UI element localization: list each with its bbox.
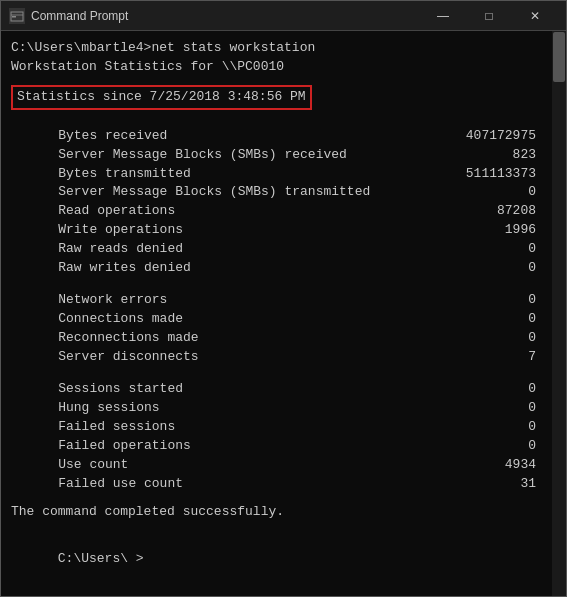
table-row: Raw reads denied0: [11, 240, 556, 259]
stats-bytes-section: Bytes received407172975 Server Message B…: [11, 127, 556, 278]
stat-value: 4934: [476, 456, 556, 475]
stat-label: Bytes transmitted: [11, 165, 466, 184]
stat-label: Reconnections made: [11, 329, 476, 348]
spacer2: [11, 278, 556, 288]
table-row: Sessions started0: [11, 380, 556, 399]
stat-value: 0: [476, 259, 556, 278]
table-row: Read operations87208: [11, 202, 556, 221]
stat-value: 0: [476, 399, 556, 418]
final-prompt-path: C:\Users\: [58, 551, 136, 566]
stats-since-label: Statistics since 7/25/2018 3:48:56 PM: [11, 85, 312, 110]
table-row: Server Message Blocks (SMBs) transmitted…: [11, 183, 556, 202]
svg-rect-2: [12, 16, 16, 18]
workstation-header: Workstation Statistics for \\PC0010: [11, 58, 556, 77]
stat-value: 1996: [476, 221, 556, 240]
table-row: Hung sessions0: [11, 399, 556, 418]
window: Command Prompt — □ ✕ C:\Users\mbartle4>n…: [0, 0, 567, 597]
maximize-button[interactable]: □: [466, 1, 512, 31]
stat-value: 0: [476, 291, 556, 310]
stats-network-section: Network errors0 Connections made0 Reconn…: [11, 291, 556, 366]
table-row: Raw writes denied0: [11, 259, 556, 278]
stat-label: Network errors: [11, 291, 476, 310]
scrollbar[interactable]: [552, 31, 566, 596]
window-title: Command Prompt: [31, 9, 420, 23]
stat-label: Failed use count: [11, 475, 476, 494]
final-prompt: C:\Users\ >: [11, 531, 556, 588]
stat-value: 0: [476, 240, 556, 259]
table-row: Network errors0: [11, 291, 556, 310]
scrollbar-thumb[interactable]: [553, 32, 565, 82]
stat-label: Bytes received: [11, 127, 466, 146]
stat-label: Server Message Blocks (SMBs) received: [11, 146, 476, 165]
table-row: Write operations1996: [11, 221, 556, 240]
spacer4: [11, 493, 556, 503]
table-row: Connections made0: [11, 310, 556, 329]
stat-value: 0: [476, 310, 556, 329]
spacer3: [11, 367, 556, 377]
stat-label: Connections made: [11, 310, 476, 329]
spacer5: [11, 522, 556, 532]
stat-value: 7: [476, 348, 556, 367]
stat-value: 0: [476, 437, 556, 456]
stat-label: Failed sessions: [11, 418, 476, 437]
stat-value: 511113373: [466, 165, 556, 184]
stat-value: 31: [476, 475, 556, 494]
title-bar: Command Prompt — □ ✕: [1, 1, 566, 31]
close-button[interactable]: ✕: [512, 1, 558, 31]
table-row: Reconnections made0: [11, 329, 556, 348]
stat-label: Server disconnects: [11, 348, 476, 367]
table-row: Server Message Blocks (SMBs) received823: [11, 146, 556, 165]
table-row: Use count4934: [11, 456, 556, 475]
stat-label: Read operations: [11, 202, 476, 221]
stat-value: 407172975: [466, 127, 556, 146]
stat-label: Sessions started: [11, 380, 476, 399]
stat-label: Use count: [11, 456, 476, 475]
stats-header-wrapper: Statistics since 7/25/2018 3:48:56 PM: [11, 82, 556, 113]
app-icon: [9, 8, 25, 24]
table-row: Bytes transmitted511113373: [11, 165, 556, 184]
table-row: Failed operations0: [11, 437, 556, 456]
terminal-content: C:\Users\mbartle4>net stats workstation …: [1, 31, 566, 596]
stat-value: 87208: [476, 202, 556, 221]
stat-value: 0: [476, 183, 556, 202]
stat-value: 0: [476, 380, 556, 399]
stat-label: Server Message Blocks (SMBs) transmitted: [11, 183, 476, 202]
spacer1: [11, 113, 556, 123]
minimize-button[interactable]: —: [420, 1, 466, 31]
table-row: Failed sessions0: [11, 418, 556, 437]
stat-label: Write operations: [11, 221, 476, 240]
table-row: Bytes received407172975: [11, 127, 556, 146]
window-controls: — □ ✕: [420, 1, 558, 31]
command-input-line: C:\Users\mbartle4>net stats workstation: [11, 39, 556, 58]
table-row: Failed use count31: [11, 475, 556, 494]
stat-value: 823: [476, 146, 556, 165]
stat-value: 0: [476, 418, 556, 437]
completion-message: The command completed successfully.: [11, 503, 556, 522]
table-row: Server disconnects7: [11, 348, 556, 367]
stat-label: Raw writes denied: [11, 259, 476, 278]
stat-label: Raw reads denied: [11, 240, 476, 259]
stat-value: 0: [476, 329, 556, 348]
stat-label: Hung sessions: [11, 399, 476, 418]
stats-sessions-section: Sessions started0 Hung sessions0 Failed …: [11, 380, 556, 493]
stat-label: Failed operations: [11, 437, 476, 456]
cursor-symbol: >: [136, 551, 144, 566]
